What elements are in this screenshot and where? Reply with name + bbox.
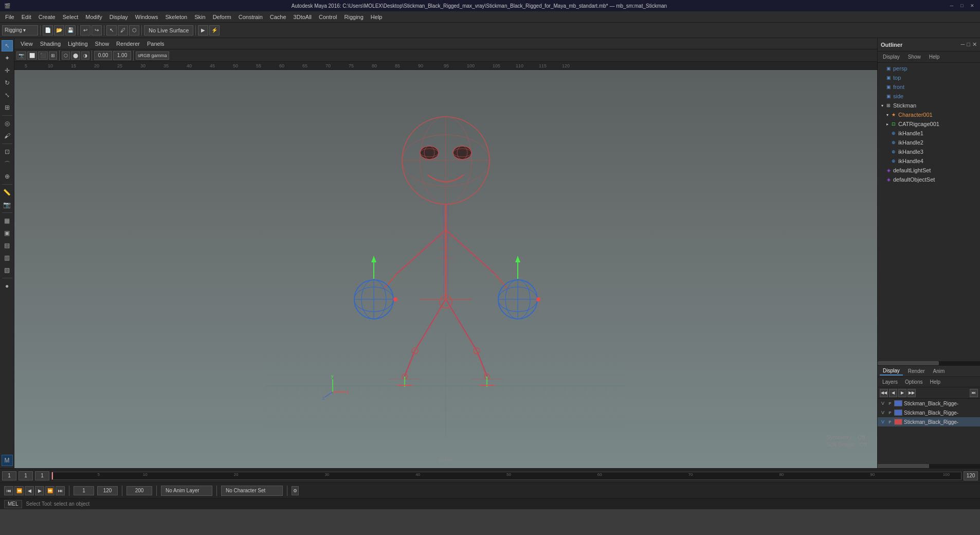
viewport-menu-shading[interactable]: Shading <box>37 40 64 48</box>
expand-icon-char[interactable]: ▾ <box>885 111 890 118</box>
layer-hscroll-thumb[interactable] <box>878 464 929 468</box>
outliner-item-ikhandle2[interactable]: ⊕ ikHandle2 <box>878 138 980 147</box>
ipr-button[interactable]: ⚡ <box>209 25 220 35</box>
outliner-minus-button[interactable]: ─ <box>961 41 965 48</box>
camera-button[interactable]: 📷 <box>2 199 13 210</box>
viewport-menu-view[interactable]: View <box>17 40 36 48</box>
layer-ctrl-end-button[interactable]: ⏭ <box>970 389 978 397</box>
layer-vis-2[interactable]: V <box>880 409 886 416</box>
goto-end-button[interactable]: ⏭ <box>56 486 65 495</box>
outliner-tab-display[interactable]: Display <box>880 53 903 61</box>
viewport-menu-show[interactable]: Show <box>92 40 113 48</box>
outliner-item-catrigcage001[interactable]: ▸ ⊡ CATRigcage001 <box>878 119 980 129</box>
outliner-item-side[interactable]: ▣ side <box>878 92 980 101</box>
menu-constrain[interactable]: Constrain <box>235 13 266 21</box>
timeline-end-input[interactable] <box>964 471 978 480</box>
layer-p-1[interactable]: P <box>887 400 893 406</box>
maximize-button[interactable]: □ <box>958 2 966 9</box>
menu-control[interactable]: Control <box>316 13 340 21</box>
expand-icon-stickman[interactable]: ▾ <box>880 102 885 109</box>
vp-smooth-button[interactable]: ⬤ <box>71 51 80 60</box>
menu-help[interactable]: Help <box>368 13 386 21</box>
open-file-button[interactable]: 📂 <box>54 25 64 35</box>
redo-button[interactable]: ↪ <box>92 25 102 35</box>
menu-skeleton[interactable]: Skeleton <box>162 13 190 21</box>
layer-row-3[interactable]: V P Stickman_Black_Rigge- <box>878 417 980 426</box>
outliner-item-stickman[interactable]: ▾ ⊞ Stickman <box>878 101 980 110</box>
viewport-menu-lighting[interactable]: Lighting <box>65 40 91 48</box>
outliner-tab-help[interactable]: Help <box>926 53 943 61</box>
layer-subtab-options[interactable]: Options <box>902 379 925 385</box>
outliner-item-persp[interactable]: ▣ persp <box>878 64 980 73</box>
snap-curve-button[interactable]: ⌒ <box>2 158 13 170</box>
outliner-item-ikhandle1[interactable]: ⊕ ikHandle1 <box>878 129 980 138</box>
hotbox-button[interactable]: ● <box>2 280 13 292</box>
menu-cache[interactable]: Cache <box>267 13 289 21</box>
menu-deform[interactable]: Deform <box>210 13 234 21</box>
layer-vis-1[interactable]: V <box>880 400 886 406</box>
menu-file[interactable]: File <box>2 13 17 21</box>
paint-tool-button[interactable]: ✦ <box>2 52 13 64</box>
layer-tab-render[interactable]: Render <box>905 367 928 375</box>
transform-tool-button[interactable]: ⊞ <box>2 102 13 113</box>
menu-select[interactable]: Select <box>60 13 82 21</box>
outliner-tab-show[interactable]: Show <box>905 53 924 61</box>
layer-ctrl-back-button[interactable]: ◀◀ <box>880 389 888 397</box>
layer-subtab-help[interactable]: Help <box>927 379 943 385</box>
outliner-item-top[interactable]: ▣ top <box>878 73 980 82</box>
menu-create[interactable]: Create <box>35 13 59 21</box>
maya-logo-button[interactable]: M <box>2 455 13 466</box>
layer-tab-anim[interactable]: Anim <box>930 367 948 375</box>
vp-shaded-button[interactable]: ◑ <box>81 51 89 60</box>
paint-select-button[interactable]: 🖊 <box>118 25 128 35</box>
menu-display[interactable]: Display <box>106 13 131 21</box>
menu-skin[interactable]: Skin <box>191 13 208 21</box>
char-set-dropdown[interactable]: No Character Set <box>221 486 283 496</box>
outliner-item-defaultobjectset[interactable]: ◈ defaultObjectSet <box>878 175 980 184</box>
attribute-editor-button[interactable]: ▧ <box>2 264 13 276</box>
play-forward-button[interactable]: ▶ <box>35 486 44 495</box>
close-button[interactable]: ✕ <box>969 2 976 9</box>
vp-resolution-button[interactable]: ⬛ <box>38 51 48 60</box>
layer-subtab-layers[interactable]: Layers <box>880 379 900 385</box>
minimize-button[interactable]: ─ <box>948 2 955 9</box>
mel-label[interactable]: MEL <box>4 500 22 508</box>
layer-tab-display[interactable]: Display <box>880 367 903 376</box>
viewport-menu-renderer[interactable]: Renderer <box>113 40 143 48</box>
undo-button[interactable]: ↩ <box>80 25 90 35</box>
measure-button[interactable]: 📏 <box>2 187 13 198</box>
3d-viewport[interactable]: x y z Symmetry: Off Soft Select: Off per… <box>14 70 877 468</box>
mode-dropdown[interactable]: Rigging▾ <box>2 25 38 35</box>
frame-end-input[interactable] <box>97 486 118 495</box>
display-layer-button[interactable]: ▦ <box>2 215 13 226</box>
outliner-maximize-button[interactable]: □ <box>967 41 970 48</box>
layer-p-2[interactable]: P <box>887 409 893 416</box>
layer-ctrl-prev-button[interactable]: ◀ <box>889 389 897 397</box>
anim-layer-button[interactable]: ▤ <box>2 240 13 251</box>
layer-row-1[interactable]: V P Stickman_Black_Rigge- <box>878 399 980 408</box>
outliner-item-defaultlightset[interactable]: ◈ defaultLightSet <box>878 166 980 175</box>
channel-box-button[interactable]: ▥ <box>2 252 13 263</box>
new-file-button[interactable]: 📄 <box>43 25 53 35</box>
outliner-item-front[interactable]: ▣ front <box>878 82 980 92</box>
menu-edit[interactable]: Edit <box>19 13 34 21</box>
frame-end2-input[interactable] <box>126 486 152 495</box>
timeline-current-input[interactable] <box>19 471 33 480</box>
anim-layer-dropdown[interactable]: No Anim Layer <box>161 486 212 496</box>
step-back-button[interactable]: ⏪ <box>14 486 24 495</box>
menu-modify[interactable]: Modify <box>82 13 105 21</box>
vp-value1-input[interactable] <box>94 51 112 60</box>
vp-grid-button[interactable]: ⊞ <box>49 51 57 60</box>
play-back-button[interactable]: ◀ <box>25 486 34 495</box>
layer-panel-hscroll[interactable] <box>878 464 980 468</box>
menu-rigging[interactable]: Rigging <box>341 13 367 21</box>
layer-row-2[interactable]: V P Stickman_Black_Rigge- <box>878 408 980 417</box>
expand-icon-catrig[interactable]: ▸ <box>885 120 890 128</box>
goto-start-button[interactable]: ⏮ <box>4 486 13 495</box>
outliner-hscroll-thumb[interactable] <box>878 361 939 365</box>
layer-ctrl-play-button[interactable]: ▶ <box>898 389 906 397</box>
lasso-button[interactable]: ⬡ <box>129 25 139 35</box>
outliner-item-character001[interactable]: ▾ ★ Character001 <box>878 110 980 119</box>
render-layer-button[interactable]: ▣ <box>2 227 13 239</box>
vp-value2-input[interactable] <box>113 51 131 60</box>
